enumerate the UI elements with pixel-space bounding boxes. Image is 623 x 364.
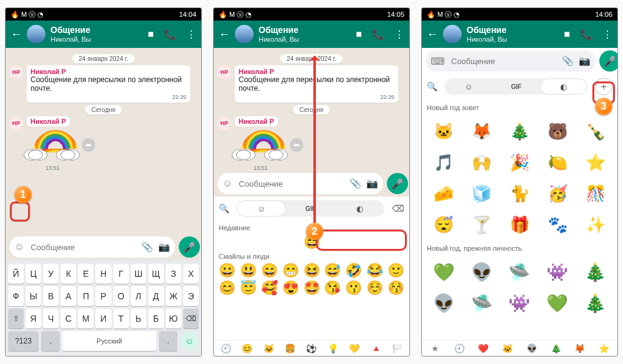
sticker-item[interactable]: 🎁 [503, 211, 537, 238]
key[interactable]: Ш [131, 264, 146, 284]
key[interactable]: О [113, 286, 129, 306]
sticker-item[interactable]: 🛸 [503, 258, 537, 286]
key[interactable]: Г [113, 264, 129, 284]
key[interactable]: Х [183, 264, 199, 284]
key[interactable]: Ч [43, 309, 59, 329]
sticker-item[interactable]: 🎄 [503, 118, 537, 145]
keyboard-icon[interactable]: ⌨ [430, 55, 445, 67]
search-icon[interactable]: 🔍 [427, 82, 437, 91]
emoji[interactable]: 😁 [282, 263, 299, 279]
key[interactable]: В [43, 286, 59, 306]
message-input[interactable] [29, 242, 136, 253]
mic-button[interactable]: 🎤 [179, 236, 200, 258]
key[interactable]: Ц [26, 264, 41, 284]
emoji[interactable]: 😊 [219, 280, 236, 296]
sticker-item[interactable]: 🎄 [578, 289, 612, 317]
emoji-category[interactable]: 🕘 [217, 343, 234, 353]
key[interactable]: Б [148, 309, 164, 329]
emoji-category[interactable]: 💡 [325, 343, 341, 353]
sticker-item[interactable]: 🧀 [427, 180, 461, 207]
sticker-item[interactable]: 🍸 [465, 211, 499, 238]
emoji-category[interactable]: ⚽ [303, 343, 320, 353]
more-icon[interactable]: ⋮ [186, 29, 196, 40]
emoji[interactable]: 😆 [303, 263, 320, 279]
sticker-item[interactable]: 💚 [427, 258, 461, 286]
rainbow-sticker[interactable] [27, 126, 77, 164]
key[interactable]: Н [95, 264, 111, 284]
sticker-item[interactable]: 🙌 [465, 149, 499, 176]
key[interactable]: Я [26, 309, 41, 329]
avatar[interactable] [27, 25, 45, 44]
attach-icon[interactable]: 📎 [350, 178, 361, 189]
key[interactable]: Ы [26, 286, 41, 306]
camera-icon[interactable]: 📷 [579, 55, 591, 67]
emoji[interactable]: 😇 [240, 280, 257, 296]
key[interactable]: Е [78, 264, 93, 284]
key-backspace[interactable]: ⌫ [183, 309, 199, 329]
key-comma[interactable]: , [41, 331, 60, 351]
sticker-item[interactable]: 👾 [503, 289, 537, 317]
sticker-item[interactable]: ⭐ [578, 149, 612, 176]
video-call-icon[interactable]: ■ [148, 29, 154, 40]
key[interactable]: П [78, 286, 93, 306]
mic-button[interactable]: 🎤 [599, 50, 618, 72]
key-dot[interactable]: . [159, 331, 178, 351]
key[interactable]: С [60, 309, 76, 329]
tab-gif[interactable]: GIF [492, 78, 540, 95]
sticker-item[interactable]: ✨ [578, 211, 612, 238]
key[interactable]: Щ [148, 264, 164, 284]
emoji[interactable]: 😅 [324, 263, 341, 279]
tab-emoji[interactable]: ☺ [445, 78, 492, 95]
sticker-item[interactable]: 🐾 [540, 211, 574, 238]
emoji-category[interactable]: 😊 [239, 343, 255, 353]
sticker-item[interactable]: 👽 [427, 289, 461, 317]
sticker-item[interactable]: 🦊 [465, 118, 499, 145]
emoji-category[interactable]: 🔺 [368, 343, 384, 353]
emoji[interactable]: 😗 [345, 280, 363, 296]
emoji-category[interactable]: 🍔 [282, 343, 298, 353]
key-num[interactable]: ?123 [8, 331, 39, 351]
tab-sticker[interactable]: ◐ [335, 200, 384, 217]
key[interactable]: Т [113, 309, 129, 329]
emoji[interactable]: 🤩 [303, 280, 320, 296]
key[interactable]: А [60, 286, 76, 306]
key[interactable]: Й [8, 264, 24, 284]
sticker-item[interactable]: 🛸 [465, 289, 499, 317]
mic-button[interactable]: 🎤 [387, 173, 408, 194]
emoji-category[interactable]: 🏳️ [389, 343, 406, 353]
sticker-item[interactable]: 🎊 [578, 180, 612, 207]
emoji[interactable]: 🙂 [387, 263, 404, 279]
key[interactable]: Ю [166, 309, 181, 329]
sticker-item[interactable]: 💚 [540, 289, 574, 317]
sticker-item[interactable]: 🐈 [503, 180, 537, 207]
chat-title-block[interactable]: Общение Николай, Вы [50, 26, 148, 42]
more-icon[interactable]: ⋮ [394, 29, 404, 40]
key[interactable]: У [43, 264, 59, 284]
video-call-icon[interactable]: ■ [356, 29, 362, 40]
emoji[interactable]: 🤣 [345, 263, 363, 279]
camera-icon[interactable]: 📷 [158, 241, 170, 253]
forward-icon[interactable]: ➦ [290, 138, 303, 152]
voice-call-icon[interactable]: 📞 [372, 29, 384, 40]
emoji[interactable]: 😘 [324, 280, 341, 296]
sticker-item[interactable]: 🥳 [540, 180, 574, 207]
key-shift[interactable]: ⇧ [8, 309, 24, 329]
sticker-item[interactable]: 👽 [465, 258, 499, 286]
emoji[interactable]: 🥰 [261, 280, 278, 296]
search-icon[interactable]: 🔍 [219, 203, 229, 213]
message[interactable]: НР Николай Р Сообщение для пересылки по … [9, 65, 197, 103]
key[interactable]: Ь [131, 309, 146, 329]
sticker-item[interactable]: 🧊 [465, 180, 499, 207]
sticker-item[interactable]: 🎵 [427, 149, 461, 176]
back-icon[interactable]: ← [427, 28, 438, 41]
emoji[interactable]: 😀 [219, 263, 236, 279]
attach-icon[interactable]: 📎 [562, 55, 574, 67]
emoji[interactable]: 😚 [387, 280, 404, 296]
back-icon[interactable]: ← [219, 28, 230, 41]
emoji-icon[interactable]: ☺ [222, 178, 232, 189]
message-sticker[interactable]: НР Николай Р ➦ 13:51 [9, 116, 197, 171]
emoji-icon[interactable]: ☺ [14, 241, 24, 253]
key[interactable]: Р [95, 286, 111, 306]
backspace-icon[interactable]: ⌫ [392, 203, 404, 213]
key[interactable]: Д [148, 286, 164, 306]
